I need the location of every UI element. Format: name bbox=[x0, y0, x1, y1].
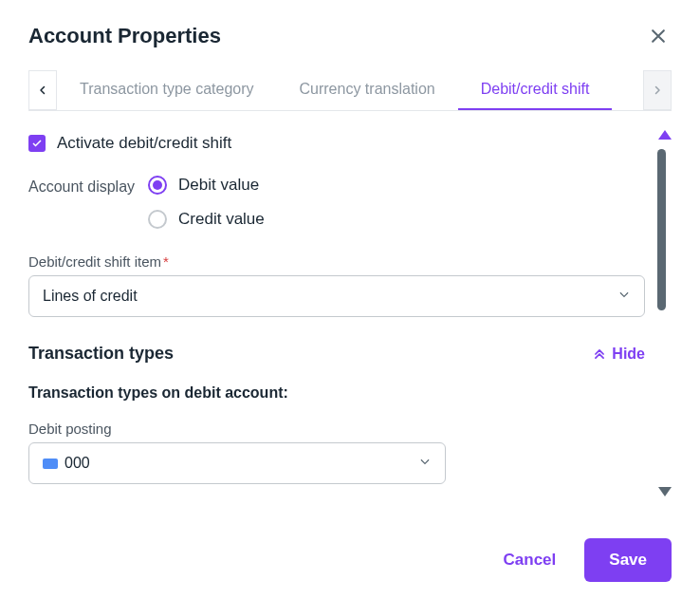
activate-checkbox-row: Activate debit/credit shift bbox=[28, 134, 672, 153]
scrollbar-thumb[interactable] bbox=[657, 149, 666, 310]
chevron-double-up-icon bbox=[593, 347, 606, 361]
hide-toggle[interactable]: Hide bbox=[593, 346, 645, 363]
radio-credit-label: Credit value bbox=[178, 210, 265, 229]
save-button[interactable]: Save bbox=[584, 538, 672, 582]
close-icon bbox=[649, 27, 668, 46]
shift-item-select[interactable]: Lines of credit bbox=[28, 275, 645, 317]
triangle-up-icon bbox=[658, 130, 672, 140]
tab-currency-translation[interactable]: Currency translation bbox=[277, 70, 458, 110]
scroll-up-indicator[interactable] bbox=[658, 126, 672, 143]
shift-item-label-text: Debit/credit shift item bbox=[28, 253, 161, 270]
scroll-down-indicator[interactable] bbox=[658, 483, 672, 500]
transaction-types-title: Transaction types bbox=[28, 344, 174, 364]
token-chip: 000 bbox=[43, 455, 90, 472]
debit-posting-label: Debit posting bbox=[28, 421, 672, 437]
check-icon bbox=[31, 138, 43, 149]
radio-options: Debit value Credit value bbox=[148, 176, 265, 229]
hide-label: Hide bbox=[612, 346, 645, 363]
dialog-title: Account Properties bbox=[28, 24, 221, 48]
dialog-footer: Cancel Save bbox=[494, 538, 672, 582]
tabs: Transaction type category Currency trans… bbox=[57, 70, 643, 110]
account-display-group: Account display Debit value Credit value bbox=[28, 176, 672, 229]
radio-debit bbox=[148, 176, 167, 195]
chevron-right-icon bbox=[652, 84, 663, 96]
chevron-left-icon bbox=[37, 84, 48, 96]
tab-scroll-left-button[interactable] bbox=[28, 70, 57, 110]
transaction-types-header: Transaction types Hide bbox=[28, 344, 645, 364]
activate-checkbox[interactable] bbox=[28, 135, 46, 152]
chevron-down-icon bbox=[418, 455, 432, 472]
shift-item-value: Lines of credit bbox=[43, 288, 138, 305]
radio-option-debit[interactable]: Debit value bbox=[148, 176, 265, 195]
activate-checkbox-label: Activate debit/credit shift bbox=[57, 134, 231, 153]
radio-debit-label: Debit value bbox=[178, 176, 259, 195]
tab-debit-credit-shift[interactable]: Debit/credit shift bbox=[458, 70, 613, 110]
tab-transaction-type-category[interactable]: Transaction type category bbox=[57, 70, 277, 110]
shift-item-label: Debit/credit shift item * bbox=[28, 253, 672, 270]
account-display-label: Account display bbox=[28, 176, 135, 196]
debit-posting-select[interactable]: 000 bbox=[28, 442, 446, 484]
triangle-down-icon bbox=[658, 487, 672, 496]
chevron-down-icon bbox=[617, 288, 631, 305]
radio-option-credit[interactable]: Credit value bbox=[148, 210, 265, 229]
content-area: Activate debit/credit shift Account disp… bbox=[0, 111, 700, 510]
tab-scroll-right-button[interactable] bbox=[643, 70, 672, 110]
required-asterisk: * bbox=[163, 253, 169, 270]
dialog-header: Account Properties bbox=[0, 0, 700, 49]
debit-posting-value: 000 bbox=[43, 455, 90, 472]
cancel-button[interactable]: Cancel bbox=[494, 539, 566, 581]
debit-account-subsection-title: Transaction types on debit account: bbox=[28, 384, 672, 402]
radio-credit bbox=[148, 210, 167, 229]
debit-posting-text: 000 bbox=[64, 455, 90, 472]
close-button[interactable] bbox=[645, 23, 672, 49]
tabs-container: Transaction type category Currency trans… bbox=[28, 70, 672, 111]
